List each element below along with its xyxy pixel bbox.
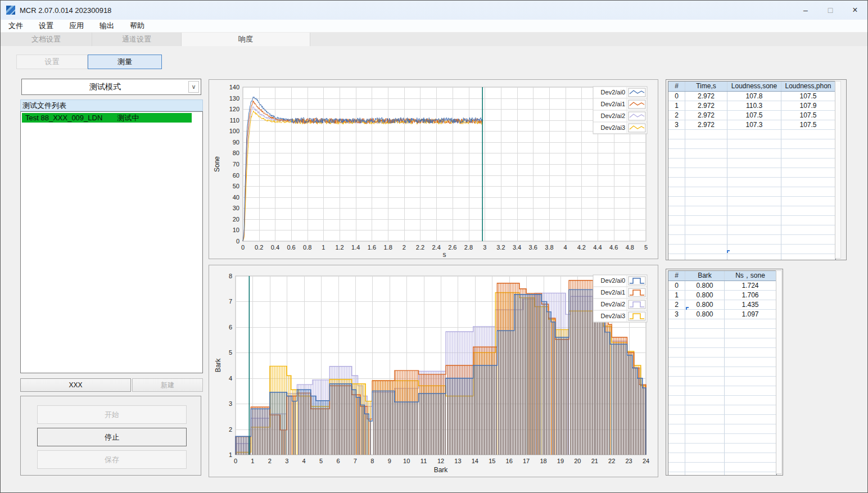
legend-label[interactable]: Dev2/ai0 (601, 277, 625, 284)
table-row[interactable]: 32.972107.3107.5 (668, 120, 835, 130)
table-row-empty (668, 396, 776, 405)
legend-label[interactable]: Dev2/ai2 (601, 112, 625, 119)
file-list-item[interactable]: Test 88_XXX_009_LDN 测试中 (22, 113, 192, 123)
x-tick-label: 3.6 (529, 244, 537, 251)
table-cell: 0 (668, 281, 685, 291)
file-list[interactable]: Test 88_XXX_009_LDN 测试中 (20, 111, 203, 373)
bark-table-scrollbar[interactable] (776, 270, 782, 474)
y-tick-label: 130 (229, 95, 239, 102)
xxx-button[interactable]: XXX (20, 378, 131, 392)
x-tick-label: 0.8 (303, 244, 311, 251)
legend-label[interactable]: Dev2/ai3 (601, 124, 625, 131)
table-header-row: #Time,sLoudness,soneLoudness,phon (668, 82, 835, 92)
legend-label[interactable]: Dev2/ai2 (601, 301, 625, 307)
x-tick-label: 2.2 (416, 244, 424, 251)
menu-item-help[interactable]: 帮助 (122, 20, 152, 32)
x-axis-label: s (443, 251, 446, 259)
y-tick-label: 0 (236, 238, 239, 245)
column-header: Loudness,sone (727, 82, 781, 91)
tab-channel-settings[interactable]: 通道设置 (92, 33, 182, 46)
x-tick-label: 4.8 (626, 244, 634, 251)
table-cell (668, 444, 685, 453)
table-cell (781, 245, 835, 254)
column-header: # (668, 271, 685, 281)
cell-focus-mark (727, 250, 730, 253)
table-row-empty (668, 453, 776, 463)
close-button[interactable]: × (843, 1, 867, 19)
table-row[interactable]: 02.972107.8107.5 (668, 92, 835, 101)
menu-item-output[interactable]: 输出 (92, 20, 122, 32)
stop-button[interactable]: 停止 (37, 428, 187, 446)
y-tick-label: 80 (233, 150, 239, 156)
loudness-table-scrollbar[interactable] (835, 81, 841, 259)
column-header: Time,s (685, 82, 727, 91)
table-cell (668, 405, 685, 415)
table-cell (727, 187, 781, 197)
maximize-button[interactable]: □ (818, 1, 843, 19)
table-cell (668, 254, 685, 260)
menu-item-apply[interactable]: 应用 (61, 20, 92, 32)
table-cell (685, 319, 725, 329)
menu-item-file[interactable]: 文件 (1, 20, 31, 32)
tab-document-settings[interactable]: 文档设置 (1, 33, 92, 46)
tab-loudness[interactable]: 响度 (182, 33, 310, 46)
table-cell (725, 338, 776, 348)
table-cell (685, 130, 727, 139)
chevron-down-icon[interactable]: ∨ (188, 81, 199, 93)
y-tick-label: 4 (229, 375, 232, 382)
table-cell (727, 149, 781, 159)
loudness-table: #Time,sLoudness,soneLoudness,phon02.9721… (668, 81, 836, 260)
settings-toggle-button[interactable]: 设置 (16, 55, 88, 69)
x-tick-label: 5 (644, 244, 648, 251)
table-cell (727, 216, 781, 225)
minimize-button[interactable]: – (793, 1, 818, 19)
table-row-empty (668, 149, 835, 159)
mode-select[interactable]: 测试模式 ∨ (21, 79, 201, 95)
table-row-empty (668, 463, 776, 472)
table-cell (725, 329, 776, 338)
table-cell (668, 329, 685, 338)
table-cell (685, 338, 725, 348)
table-row-empty (668, 405, 776, 415)
x-tick-label: 2.4 (432, 244, 441, 251)
menu-item-settings[interactable]: 设置 (31, 20, 61, 32)
specific-loudness-chart[interactable]: 0123456789101112131415161718192021222324… (209, 265, 658, 477)
legend-label[interactable]: Dev2/ai3 (601, 313, 625, 319)
legend-label[interactable]: Dev2/ai1 (601, 101, 625, 107)
x-tick-label: 0 (241, 244, 245, 251)
loudness-time-chart[interactable]: 00.20.40.60.811.21.41.61.822.22.42.62.83… (209, 80, 658, 259)
table-cell (727, 197, 781, 206)
table-row[interactable]: 00.8001.724 (668, 281, 776, 291)
table-cell (685, 149, 727, 159)
table-cell (781, 168, 835, 178)
table-cell (727, 245, 781, 254)
x-tick-label: 20 (574, 458, 581, 464)
x-tick-label: 3 (285, 458, 288, 464)
legend-label[interactable]: Dev2/ai0 (601, 89, 625, 96)
table-cell: 1 (668, 291, 685, 300)
measure-toggle-button[interactable]: 测量 (88, 55, 162, 69)
save-button[interactable]: 保存 (37, 450, 187, 469)
new-button[interactable]: 新建 (132, 378, 203, 392)
y-tick-label: 40 (233, 194, 239, 201)
table-cell (781, 235, 835, 245)
x-tick-label: 0.2 (255, 244, 263, 251)
window-title: MCR 2.07.0.014 202300918 (20, 6, 111, 15)
table-cell (668, 453, 685, 463)
table-cell (725, 444, 776, 453)
table-row[interactable]: 22.972107.5107.5 (668, 111, 835, 120)
table-row[interactable]: 12.972110.3107.9 (668, 101, 835, 111)
table-cell: 0.800 (685, 281, 725, 291)
table-row-empty (668, 225, 835, 235)
table-row-empty (668, 206, 835, 216)
x-tick-label: 23 (625, 458, 632, 464)
table-cell (727, 254, 781, 260)
table-row[interactable]: 30.8001.097 (668, 310, 776, 319)
y-tick-label: 30 (233, 205, 239, 211)
legend-label[interactable]: Dev2/ai1 (601, 289, 625, 296)
table-row[interactable]: 20.8001.435 (668, 300, 776, 310)
table-cell (668, 206, 685, 216)
x-tick-label: 18 (540, 458, 546, 464)
start-button[interactable]: 开始 (37, 405, 187, 424)
table-row[interactable]: 10.8001.706 (668, 291, 776, 300)
